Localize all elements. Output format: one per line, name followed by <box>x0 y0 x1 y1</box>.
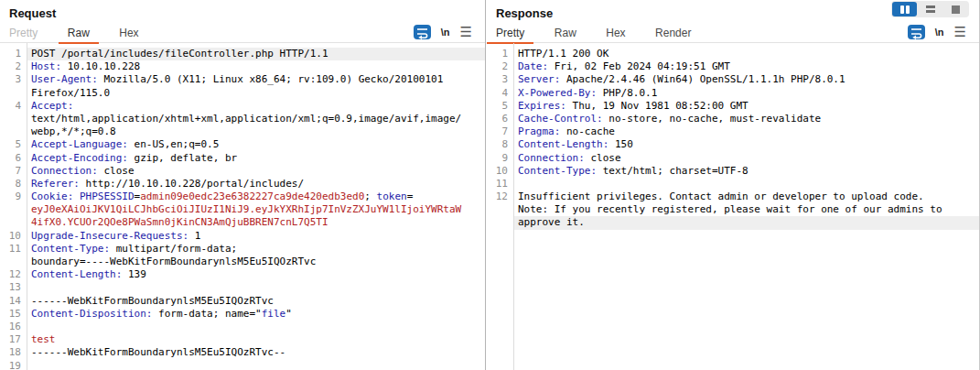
line-text: ------WebKitFormBoundarynlsM5Eu5IQOzRTvc… <box>27 346 485 359</box>
code-row: 6Accept-Encoding: gzip, deflate, br <box>0 152 485 165</box>
line-number: 5 <box>0 138 27 151</box>
gutter-divider <box>513 43 514 370</box>
columns-layout-button[interactable] <box>892 2 917 16</box>
code-row: 1HTTP/1.1 200 OK <box>487 48 979 60</box>
rows-layout-button[interactable] <box>918 2 942 16</box>
tab-response-hex[interactable]: Hex <box>597 24 634 43</box>
editor-menu-icon[interactable]: ☰ <box>954 27 966 37</box>
line-number <box>0 203 27 216</box>
code-row: 14------WebKitFormBoundarynlsM5Eu5IQOzRT… <box>0 295 485 308</box>
word-wrap-toggle-button[interactable] <box>414 25 431 39</box>
code-row: 5Expires: Thu, 19 Nov 1981 08:52:00 GMT <box>487 100 979 113</box>
request-editor[interactable]: 1POST /portal/includes/fileController.ph… <box>0 43 485 370</box>
line-text <box>27 360 485 370</box>
line-number: 10 <box>487 165 513 178</box>
code-row: 6Cache-Control: no-store, no-cache, must… <box>487 113 979 125</box>
code-row: webp,*/*;q=0.8 <box>0 125 485 138</box>
line-number <box>487 203 513 216</box>
tab-request-pretty[interactable]: Pretty <box>0 24 47 43</box>
response-editor[interactable]: 1HTTP/1.1 200 OK2Date: Fri, 02 Feb 2024 … <box>487 43 979 370</box>
code-row: 11 <box>487 178 979 190</box>
code-row: 4ifX0.YCUOr2QOe8PWaSmn0jKinCN3AmQjuBBREN… <box>0 216 485 229</box>
code-row: 11Content-Type: multipart/form-data; <box>0 243 485 256</box>
line-text: Note: If you recently registered, please… <box>513 203 979 216</box>
line-number: 4 <box>487 87 513 100</box>
code-row: 2Host: 10.10.10.228 <box>0 60 485 73</box>
line-number: 3 <box>0 73 27 86</box>
line-number <box>0 125 27 138</box>
code-row: Note: If you recently registered, please… <box>487 203 979 216</box>
code-row: approve it. <box>487 216 979 229</box>
request-title: Request <box>0 0 485 20</box>
tab-response-render[interactable]: Render <box>646 24 700 43</box>
line-text: Pragma: no-cache <box>513 125 979 138</box>
line-number: 18 <box>0 346 27 359</box>
request-panel: Request Pretty Raw Hex \n ☰ 1POST /porta… <box>0 0 486 370</box>
line-text: Content-Length: 150 <box>513 138 979 151</box>
single-layout-button[interactable] <box>943 2 968 16</box>
line-text: Expires: Thu, 19 Nov 1981 08:52:00 GMT <box>513 100 979 113</box>
line-text: HTTP/1.1 200 OK <box>513 48 979 60</box>
line-number: 2 <box>487 60 513 73</box>
code-row: 10Content-Type: text/html; charset=UTF-8 <box>487 165 979 178</box>
code-row: eyJ0eXAiOiJKV1QiLCJhbGciOiJIUzI1NiJ9.eyJ… <box>0 203 485 216</box>
line-text: eyJ0eXAiOiJKV1QiLCJhbGciOiJIUzI1NiJ9.eyJ… <box>27 203 485 216</box>
burp-message-viewer: { "colors": { "accent_orange": "#e65c26"… <box>0 0 980 370</box>
word-wrap-toggle-button[interactable] <box>908 25 925 39</box>
line-number: 2 <box>0 60 27 73</box>
tab-response-raw[interactable]: Raw <box>545 24 586 43</box>
line-text <box>27 281 485 294</box>
tab-response-pretty[interactable]: Pretty <box>487 24 533 43</box>
line-text: 4ifX0.YCUOr2QOe8PWaSmn0jKinCN3AmQjuBBREN… <box>27 216 485 229</box>
line-number: 15 <box>0 308 27 321</box>
request-header: Request Pretty Raw Hex \n ☰ <box>0 0 485 43</box>
line-text: Date: Fri, 02 Feb 2024 04:19:51 GMT <box>513 60 979 73</box>
line-number <box>487 216 513 229</box>
line-text: User-Agent: Mozilla/5.0 (X11; Linux x86_… <box>27 73 485 86</box>
gutter-divider <box>27 43 27 370</box>
line-text: Insufficient privileges. Contact admin o… <box>513 190 979 203</box>
line-number: 8 <box>487 138 513 151</box>
code-row: 10Upgrade-Insecure-Requests: 1 <box>0 230 485 243</box>
line-text: Connection: close <box>513 152 979 165</box>
line-number: 17 <box>0 333 27 346</box>
line-number: 7 <box>0 165 27 178</box>
code-row: 13 <box>0 281 485 294</box>
line-number: 14 <box>0 295 27 308</box>
line-text: POST /portal/includes/fileController.php… <box>27 48 485 60</box>
tab-request-hex[interactable]: Hex <box>110 24 147 43</box>
show-newlines-toggle-button[interactable]: \n <box>441 27 450 38</box>
code-row: 17test <box>0 333 485 346</box>
word-wrap-icon <box>908 25 925 39</box>
code-row: 5Accept-Language: en-US,en;q=0.5 <box>0 138 485 151</box>
code-row: 1POST /portal/includes/fileController.ph… <box>0 48 485 60</box>
line-text: Accept: <box>27 100 485 113</box>
layout-switcher <box>891 1 969 17</box>
line-number: 16 <box>0 321 27 333</box>
line-number: 9 <box>487 152 513 165</box>
code-row: 18------WebKitFormBoundarynlsM5Eu5IQOzRT… <box>0 346 485 359</box>
line-number <box>0 113 27 125</box>
code-row: 7Pragma: no-cache <box>487 125 979 138</box>
line-number: 11 <box>487 178 513 190</box>
code-row: 8Content-Length: 150 <box>487 138 979 151</box>
code-row: 16 <box>0 321 485 333</box>
tab-request-raw[interactable]: Raw <box>59 24 99 43</box>
line-number: 11 <box>0 243 27 256</box>
editor-menu-icon[interactable]: ☰ <box>460 27 472 37</box>
line-number: 1 <box>487 48 513 60</box>
line-number: 6 <box>487 113 513 125</box>
code-row: 15Content-Disposition: form-data; name="… <box>0 308 485 321</box>
line-number: 10 <box>0 230 27 243</box>
code-row: Firefox/115.0 <box>0 87 485 100</box>
show-newlines-toggle-button[interactable]: \n <box>935 27 944 38</box>
line-text: Upgrade-Insecure-Requests: 1 <box>27 230 485 243</box>
line-text: Host: 10.10.10.228 <box>27 60 485 73</box>
code-row: 7Connection: close <box>0 165 485 178</box>
code-row: boundary=----WebKitFormBoundarynlsM5Eu5I… <box>0 256 485 268</box>
line-text: Cache-Control: no-store, no-cache, must-… <box>513 113 979 125</box>
code-row: 12Insufficient privileges. Contact admin… <box>487 190 979 203</box>
line-text: Accept-Language: en-US,en;q=0.5 <box>27 138 485 151</box>
code-row: 4Accept: <box>0 100 485 113</box>
line-text: Accept-Encoding: gzip, deflate, br <box>27 152 485 165</box>
